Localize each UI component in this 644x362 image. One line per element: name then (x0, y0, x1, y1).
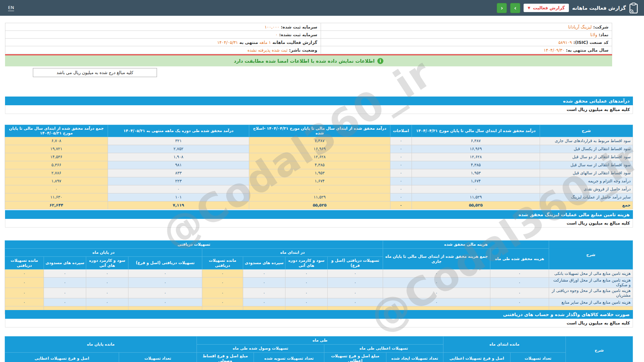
value-cell: ۵۵,۵۲۵ (249, 201, 390, 209)
value-cell: ۰ (383, 288, 490, 298)
row-label-cell: سود اقساط انتقالی از سالهای قبل (540, 169, 633, 177)
info-value: ۱۴۰۴/۰۹/۳۰ (544, 48, 565, 53)
english-language-link[interactable]: EN (8, 5, 14, 11)
value-cell: ۱,۹۵۳ (249, 169, 390, 177)
value-cell: ۹۸۱ (108, 161, 249, 169)
value-cell: ۰ (328, 298, 383, 306)
value-cell: ۱,۶۷۴ (249, 177, 390, 185)
value-cell: ۰ (412, 185, 540, 193)
amounts-unit-note: کلیه مبالغ درج شده به میلیون ریال می باش… (33, 68, 157, 77)
value-cell: ۰ (243, 269, 285, 278)
company-info-cell: سرمایه ثبت نشده: ۰ (5, 31, 321, 39)
group-header-granted-during-month: تسهیلات اعطایی طی ماه (324, 345, 443, 353)
company-info-row: کد صنعت (ISIC): ۵۸۹۱۰۹ گزارش فعالیت ماها… (5, 39, 612, 46)
value-cell: ۰ (390, 153, 412, 161)
value-cell: ۰ (44, 278, 86, 288)
col-header-created-count: تعداد تسهیلات ایجاد شده (386, 353, 443, 362)
table-row: هزینه تامین منابع مالی از محل سایر منابع… (5, 298, 633, 306)
clipboard-report-icon (629, 3, 638, 13)
table-row: سود اقساط انتقالی از سالهای قبل۱,۹۵۳۰۱,۹… (5, 169, 633, 177)
operating-revenues-table: شرح درآمد محقق شده از ابتداي سال مالي تا… (5, 125, 633, 209)
value-cell: ۰ (202, 278, 243, 288)
value-cell: ۰ (390, 185, 412, 193)
table-row: سود اقساط مربوط به قراردادهای سال جاری۶,… (5, 137, 633, 145)
group-header-collected-during-month: تسهیلات وصول شده طی ماه (197, 345, 324, 353)
company-info-row: سال مالی منتهی به: ۱۴۰۴/۰۹/۳۰ وضعیت ناشر… (5, 46, 612, 54)
row-label-cell: سود اقساط انتقالی از سه سال قبل (540, 161, 633, 169)
row-label-cell: درآمد حاصل از فروش نقدی (540, 185, 633, 193)
value-cell: ۴,۳۸۵ (249, 161, 390, 169)
section-unit-note: کلیه مبالغ به میلیون ریال است (5, 319, 633, 327)
value-cell: ۰ (390, 145, 412, 153)
section-title-bar: درآمدهای عملیاتی محقق شده (5, 97, 633, 105)
col-header-fac-count-begin: تعداد تسهیلات (511, 353, 566, 362)
col-header-collected-amount: مبلغ اصل و فرع اقساط وصولی (197, 353, 254, 362)
value-cell: ۰ (383, 298, 490, 306)
chevron-left-icon: ‹ (501, 5, 503, 11)
col-header-adjustments: اصلاحات (390, 125, 412, 137)
row-label-cell: سود اقساط انتقالی از دو سال قبل (540, 153, 633, 161)
table-row: سود اقساط انتقالی از یکسال قبل۱۶,۹۶۹۰۱۶,… (5, 145, 633, 153)
row-label-cell: سود اقساط انتقالی از یکسال قبل (540, 145, 633, 153)
row-label-cell: سود اقساط مربوط به قراردادهای سال جاری (540, 137, 633, 145)
table-row: سایر درآمد حاصل از عملیات لیزینگ۱۱,۵۲۹۰۱… (5, 193, 633, 201)
company-info-cell: گزارش فعالیت ماهانه ۱ ماهه منتهی به ۱۴۰۴… (5, 39, 321, 46)
row-label-cell: درآمد وجه التزام و جریمه (540, 177, 633, 185)
col-header-cost-cumulative: جمع هزینه محقق شده از ابتدای سال مالی تا… (383, 249, 490, 269)
col-header-granted-amount: مبلغ اصل و فرع تسهیلات اعطایی (324, 353, 386, 362)
col-header-future-interest-begin: سود و کارمزد دوره های آتی (285, 257, 328, 269)
page-title: گزارش فعالیت ماهانه (572, 5, 626, 11)
col-header-principal-begin: اصل و فرع تسهیلات اعطایی (443, 353, 510, 362)
table-row: سود اقساط انتقالی از دو سال قبل۱۲,۶۲۸۰۱۲… (5, 153, 633, 161)
value-cell: ۱۰۱ (108, 193, 249, 201)
info-label: گزارش فعالیت ماهانه (271, 40, 317, 45)
col-header-sharh: شرح (540, 125, 633, 137)
section-unit-note: کلیه مبالغ به میلیون ریال است (5, 219, 633, 228)
col-header-principal-end: اصل و فرع تسهیلات اعطایی (5, 353, 119, 362)
value-cell: ۰ (383, 269, 490, 278)
table-row: درآمد وجه التزام و جریمه۱,۶۷۴۰۱,۶۷۴۲۲۳۱,… (5, 177, 633, 185)
company-info-row: شرکت: لیزینگ آریادانا سرمایه ثبت شده: ۱۰… (5, 23, 612, 31)
value-cell: ۱۱,۵۲۹ (412, 193, 540, 201)
value-cell: ۰ (5, 298, 44, 306)
info-label: سال مالی منتهی به: (565, 48, 608, 53)
col-header-realized-0431: درآمد محقق شده از ابتداي سال مالي تا پای… (412, 125, 540, 137)
row-label-cell: هزینه تامین منابع مالی از محل تسهیلات با… (549, 269, 633, 278)
group-header-end-balance: مانده پایان ماه (5, 337, 197, 353)
row-label-cell: سایر درآمد حاصل از عملیات لیزینگ (540, 193, 633, 201)
company-info-row: نماد: ولانا سرمایه ثبت نشده: ۰ (5, 31, 612, 39)
value-cell: ۰ (5, 269, 44, 278)
next-report-button[interactable]: › (510, 3, 520, 13)
info-value: ۵۸۹۱۰۹ (558, 40, 572, 45)
value-cell: ۰ (490, 288, 549, 298)
value-cell: ۰ (285, 269, 328, 278)
signature-match-text: اطلاعات نمایش داده شده با اطلاعات امضا ش… (234, 58, 374, 64)
section-title-bar: صورت خلاصه کالاهای واگذار شده و حساب های… (5, 310, 633, 319)
col-header-facilities-balance-end: مانده تسهیلات دریافتی (5, 257, 44, 269)
value-cell: ۰ (5, 185, 108, 193)
codal-monthly-report-page: گزارش فعالیت ماهانه گزارش فعالیت ▼ › ‹ E… (0, 0, 644, 362)
goods-receivables-table: شرح مانده ابتدای ماه طی ماه مانده پایان … (5, 336, 633, 362)
info-value: ۱۴۰۴/۰۵/۳۱ (217, 40, 238, 45)
col-header-total: جمع درآمد محقق شده از ابتدای سال مالی تا… (5, 125, 108, 137)
report-type-dropdown[interactable]: گزارش فعالیت ▼ (524, 4, 569, 12)
info-label: شرکت: (592, 24, 608, 29)
value-cell: ۱۶,۹۶۹ (249, 145, 390, 153)
value-cell: ۰ (44, 288, 86, 298)
info-value: ۰ (275, 32, 278, 37)
value-cell: ۲,۷۸۶ (5, 169, 108, 177)
value-cell: ۰ (128, 278, 202, 288)
value-cell: ۰ (108, 185, 249, 193)
info-label: سرمایه ثبت شده: (279, 24, 317, 29)
value-cell: ۰ (390, 177, 412, 185)
col-header-adjusted: درآمد محقق شده از ابتدای سال مالی تا پای… (249, 125, 390, 137)
value-cell: ۰ (86, 298, 128, 306)
value-cell: ۰ (44, 298, 86, 306)
previous-report-button[interactable]: ‹ (497, 3, 507, 13)
company-info-cell: سال مالی منتهی به: ۱۴۰۴/۰۹/۳۰ (321, 46, 612, 54)
value-cell: ۱,۸۹۷ (5, 177, 108, 185)
value-cell: ۰ (249, 185, 390, 193)
value-cell: ۶,۳۸۷ (412, 137, 540, 145)
value-cell: ۱۴,۵۳۶ (5, 153, 108, 161)
value-cell: ۱۹,۷۲۱ (5, 145, 108, 153)
